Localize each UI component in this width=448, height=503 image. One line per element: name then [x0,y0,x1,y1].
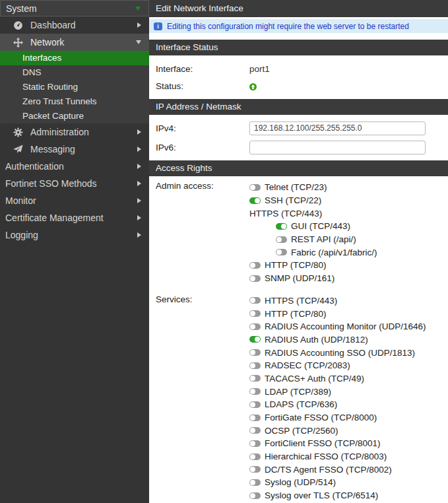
toggle-row: FortiGate FSSO (TCP/8000) [249,411,426,424]
toggle-label: HTTPS (TCP/443) [265,296,337,306]
toggle-switch[interactable] [249,427,261,434]
toggle-switch[interactable] [249,349,261,356]
toggle-switch[interactable] [249,440,261,447]
sidebar-item-label: Messaging [30,144,131,154]
sidebar-section-system[interactable]: System [0,0,149,17]
sidebar-item[interactable]: Logging [0,226,149,244]
sidebar-item[interactable]: Certificate Management [0,209,149,226]
sidebar: System Dashboard Network Interfaces DNS … [0,0,149,503]
sidebar-subitem-label: DNS [22,67,42,77]
chevron-down-icon [136,40,141,44]
toggle-label: OCSP (TCP/2560) [265,426,338,436]
toggle-switch[interactable] [249,401,261,408]
toggle-label: RADIUS Accounting SSO (UDP/1813) [265,348,415,358]
ipv4-input[interactable] [249,121,426,135]
toggle-label: HTTP (TCP/80) [265,260,327,270]
toggle-label: HTTP (TCP/80) [265,309,327,319]
toggle-row: Hierarchical FSSO (TCP/8003) [249,450,426,463]
toggle-switch[interactable] [249,310,261,317]
toggle-row: RADSEC (TCP/2083) [249,359,426,372]
toggle-switch[interactable] [249,453,261,460]
services-field: Services: HTTPS (TCP/443) HTTP (TCP/80) [149,294,448,503]
sidebar-item-label: Certificate Management [5,213,104,223]
toggle-switch[interactable] [249,415,261,421]
ipv4-field: IPv4: [149,119,448,137]
toggle-label: RADSEC (TCP/2083) [265,360,350,370]
sidebar-item-label: Dashboard [30,20,131,30]
sidebar-item-label: Monitor [5,195,36,206]
toggle-switch[interactable] [249,466,261,473]
toggle-switch[interactable] [249,492,261,499]
toggle-switch[interactable] [249,184,261,191]
sidebar-subitem[interactable]: Static Routing [0,80,149,94]
access-rights-body: Admin access: Telnet (TCP/23) SSH (TCP/2… [149,176,448,503]
sidebar-subitem-label: Packet Capture [22,111,84,121]
toggle-switch[interactable] [249,323,261,330]
chevron-right-icon [137,147,141,152]
toggle-label: REST API (/api/) [291,234,356,244]
toggle-row: Syslog over TLS (TCP/6514) [249,489,426,502]
sidebar-item-messaging[interactable]: Messaging [0,141,149,158]
sidebar-item[interactable]: Authentication [0,158,149,175]
toggle-label: RADIUS Accounting Monitor (UDP/1646) [265,321,426,331]
toggle-label: FortiGate FSSO (TCP/8000) [265,413,377,422]
toggle-row: HTTP (TCP/80) [249,259,377,272]
sidebar-item-label: Fortinet SSO Methods [5,178,97,189]
ipv6-field: IPv6: [149,139,448,156]
toggle-label: RADIUS Auth (UDP/1812) [265,335,368,345]
sidebar-subitem-label: Static Routing [22,82,78,92]
ipv6-input[interactable] [249,141,426,154]
toggle-switch[interactable] [276,236,287,243]
sidebar-item-network[interactable]: Network [0,34,149,51]
toggle-switch[interactable] [249,479,261,486]
services-list: HTTPS (TCP/443) HTTP (TCP/80) RADIUS Acc… [249,294,426,503]
toggle-row: TACACS+ Auth (TCP/49) [249,372,426,386]
toggle-switch[interactable] [249,375,261,382]
toggle-switch[interactable] [249,336,261,343]
toggle-switch[interactable] [249,197,261,204]
interface-value: port1 [249,64,270,74]
status-label: Status: [149,81,249,91]
toggle-row: Fabric (/api/v1/fabric/) [276,246,377,259]
toggle-switch[interactable] [249,262,261,269]
main-content: Edit Network Interface i Editing this co… [149,0,448,503]
chevron-down-icon [135,7,141,11]
toggle-label: Telnet (TCP/23) [265,182,327,192]
sidebar-subitem[interactable]: Zero Trust Tunnels [0,94,149,109]
sidebar-subitem[interactable]: DNS [0,65,149,80]
sidebar-item[interactable]: Monitor [0,192,149,209]
admin-access-label: Admin access: [149,181,249,191]
sidebar-item-label: Administration [30,127,131,137]
sidebar-subitem[interactable]: Interfaces [0,51,149,65]
toggle-row: HTTPS (TCP/443) [249,207,377,220]
section-header-interface-status: Interface Status [149,40,448,55]
sidebar-subitem[interactable]: Packet Capture [0,109,149,123]
interface-field: Interface: port1 [149,60,448,77]
dashboard-gauge-icon [13,20,24,30]
ipv6-label: IPv6: [149,143,249,152]
sidebar-item-administration[interactable]: Administration [0,123,149,141]
interface-label: Interface: [149,64,249,74]
toggle-switch[interactable] [249,362,261,369]
sidebar-item-dashboard[interactable]: Dashboard [0,17,149,34]
toggle-switch[interactable] [249,388,261,395]
chevron-right-icon [137,129,141,135]
toggle-switch[interactable] [249,297,261,304]
toggle-row: REST API (/api/) [276,233,377,246]
sidebar-item-label: Authentication [5,161,64,172]
toggle-label: Fabric (/api/v1/fabric/) [291,248,377,257]
toggle-row: SSH (TCP/22) [249,194,377,207]
sidebar-item[interactable]: Fortinet SSO Methods [0,175,149,192]
toggle-switch[interactable] [276,223,287,230]
toggle-row: RADIUS Auth (UDP/1812) [249,333,426,347]
toggle-switch[interactable] [249,275,261,282]
toggle-row: RADIUS Accounting SSO (UDP/1813) [249,346,426,359]
toggle-row: LDAP (TCP/389) [249,385,426,398]
toggle-switch[interactable] [276,249,287,255]
toggle-row: FortiClient FSSO (TCP/8001) [249,437,426,450]
admin-access-field: Admin access: Telnet (TCP/23) SSH (TCP/2… [149,181,448,285]
toggle-label: Hierarchical FSSO (TCP/8003) [265,452,387,461]
interface-status-body: Interface: port1 Status: [149,55,448,99]
admin-access-list: Telnet (TCP/23) SSH (TCP/22) HTTPS (TCP/… [249,181,377,285]
toggle-row: LDAPS (TCP/636) [249,398,426,411]
